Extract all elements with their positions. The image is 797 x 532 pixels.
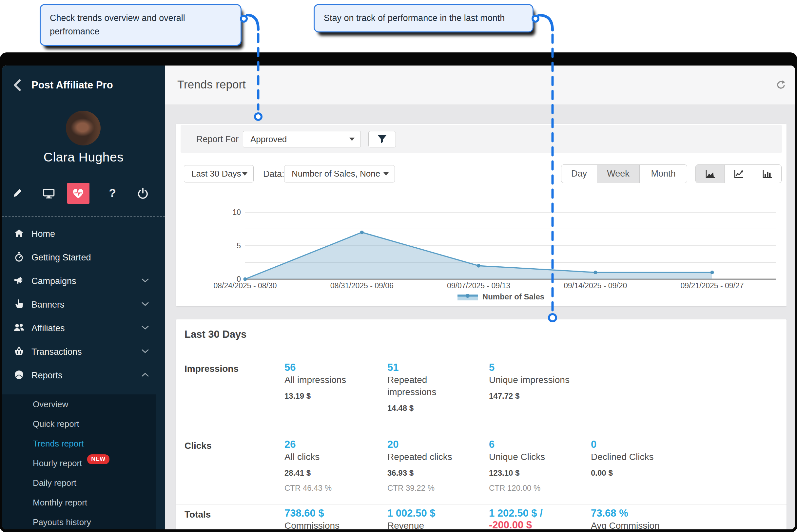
tooltip-last-month: Stay on track of performance in the last… <box>314 4 534 33</box>
tooltip2-text: Stay on track of performance in the last… <box>324 12 505 25</box>
area-chart-icon <box>705 169 716 179</box>
funnel-icon <box>377 135 387 144</box>
stat-name: Unique impressions <box>489 374 571 386</box>
data-point[interactable] <box>477 264 480 268</box>
tooltip1-anchor-dot <box>241 16 247 22</box>
granularity-day-button[interactable]: Day <box>561 165 597 183</box>
submenu-label: Quick report <box>33 419 79 429</box>
submenu-item-overview[interactable]: Overview <box>2 394 156 414</box>
data-point[interactable] <box>243 278 247 281</box>
logout-button[interactable] <box>136 186 150 201</box>
stat-value: 1 202.50 $ / <box>489 508 571 519</box>
stat-money: 28.41 $ <box>284 469 366 478</box>
sidebar-item-reports[interactable]: Reports <box>2 364 165 387</box>
quick-actions: ? <box>2 181 165 206</box>
stat-commissions: 738.60 $ Commissions <box>284 508 366 529</box>
content-area: Report For Approved Last 30 Days <box>165 105 795 529</box>
submenu-item-monthly-report[interactable]: Monthly report <box>2 493 156 512</box>
edit-profile-button[interactable] <box>10 186 24 201</box>
row-label: Impressions <box>185 364 239 374</box>
stat-unique-clicks: 6 Unique Clicks 123.10 $ CTR 120.00 % <box>489 439 571 493</box>
svg-text:?: ? <box>109 187 116 200</box>
data-series-value: Number of Sales, None <box>284 169 380 179</box>
sidebar-item-campaigns[interactable]: Campaigns <box>2 269 165 293</box>
stat-value: 1 002.50 $ <box>387 508 469 519</box>
caret-down-icon <box>384 172 389 176</box>
data-point[interactable] <box>593 271 597 274</box>
y-tick-label: 5 <box>237 242 241 250</box>
stat-all-clicks: 26 All clicks 28.41 $ CTR 46.43 % <box>284 439 366 493</box>
user-name: Clara Hughes <box>2 150 165 165</box>
stat-value: 26 <box>284 439 366 451</box>
date-range-dropdown[interactable]: Last 30 Days <box>184 165 254 183</box>
stat-value: 51 <box>387 362 469 374</box>
sidebar-item-label: Transactions <box>32 347 82 357</box>
report-for-label: Report For <box>196 134 239 145</box>
users-icon <box>13 323 25 334</box>
stat-name: All impressions <box>284 374 366 386</box>
submenu-item-daily-report[interactable]: Daily report <box>2 473 156 493</box>
stat-ctr: CTR 39.22 % <box>387 483 469 493</box>
x-tick-label: 09/07/2025 - 09/13 <box>447 281 510 290</box>
clicks-row: Clicks 26 All clicks 28.41 $ CTR 46.43 %… <box>176 436 786 505</box>
granularity-week-button[interactable]: Week <box>597 165 640 183</box>
bar-chart-icon <box>762 169 773 179</box>
help-button[interactable]: ? <box>105 186 119 201</box>
chevron-down-icon <box>142 325 149 331</box>
sidebar-item-affiliates[interactable]: Affiliates <box>2 317 165 340</box>
collapse-sidebar-button[interactable] <box>11 78 24 92</box>
submenu-item-payouts-history[interactable]: Payouts history <box>2 512 156 529</box>
main-area: Trends report Report For Approved <box>165 65 795 529</box>
filter-button[interactable] <box>368 131 396 147</box>
area-chart-button[interactable] <box>696 165 724 183</box>
summary-card: Last 30 Days Impressions 56 All impressi… <box>176 319 786 529</box>
health-status-button[interactable] <box>67 183 90 204</box>
submenu-label: Payouts history <box>33 517 91 527</box>
trends-area-chart[interactable]: 051008/24/2025 - 08/3008/31/2025 - 09/06… <box>176 203 786 304</box>
stat-name: Commissions <box>284 520 366 529</box>
date-range-value: Last 30 Days <box>184 169 241 179</box>
display-settings-button[interactable] <box>42 186 56 201</box>
bar-chart-button[interactable] <box>753 165 781 183</box>
stat-value-negative: -200.00 $ <box>489 519 571 529</box>
stat-declined-clicks: 0 Declined Clicks 0.00 $ <box>591 439 673 478</box>
stat-value: 0 <box>591 439 673 451</box>
page-header: Trends report <box>165 65 795 105</box>
report-for-value: Approved <box>243 134 287 145</box>
granularity-month-button[interactable]: Month <box>640 165 687 183</box>
data-point[interactable] <box>710 271 714 274</box>
sidebar-divider <box>2 216 165 216</box>
submenu-label: Trends report <box>33 439 84 449</box>
app-frame: Post Affiliate Pro Clara Hughes <box>2 65 795 529</box>
stat-repeated-clicks: 20 Repeated clicks 36.93 $ CTR 39.22 % <box>387 439 469 493</box>
submenu-item-quick-report[interactable]: Quick report <box>2 414 156 434</box>
submenu-item-hourly-report[interactable]: Hourly report NEW <box>2 453 156 473</box>
stopwatch-icon <box>13 252 25 263</box>
data-series-dropdown[interactable]: Number of Sales, None <box>284 165 395 183</box>
submenu-item-trends-report[interactable]: Trends report <box>2 434 156 453</box>
caret-down-icon <box>242 172 247 176</box>
data-label: Data: <box>263 169 284 179</box>
stat-ctr: CTR 46.43 % <box>284 483 366 493</box>
report-for-dropdown[interactable]: Approved <box>243 131 361 147</box>
stat-money: 147.72 $ <box>489 392 571 401</box>
data-point[interactable] <box>360 231 364 234</box>
sidebar-item-getting-started[interactable]: Getting Started <box>2 246 165 269</box>
line-chart-button[interactable] <box>724 165 753 183</box>
megaphone-icon <box>13 276 25 287</box>
chart-legend: Number of Sales <box>176 292 786 301</box>
impressions-row: Impressions 56 All impressions 13.19 $ 5… <box>176 359 786 436</box>
hand-pointer-icon <box>13 299 25 310</box>
chevron-up-icon <box>142 373 149 378</box>
refresh-button[interactable] <box>775 79 787 91</box>
avatar[interactable] <box>66 111 100 146</box>
sidebar-item-label: Getting Started <box>32 252 91 263</box>
basket-icon <box>13 346 25 357</box>
sidebar-item-home[interactable]: Home <box>2 222 165 246</box>
stat-value: 6 <box>489 439 571 451</box>
sidebar-nav: Home Getting Started Campaigns Banners <box>2 222 165 387</box>
sidebar-item-label: Reports <box>32 370 62 381</box>
sidebar-item-banners[interactable]: Banners <box>2 293 165 317</box>
sidebar-item-transactions[interactable]: Transactions <box>2 340 165 364</box>
stat-value: 5 <box>489 362 571 374</box>
